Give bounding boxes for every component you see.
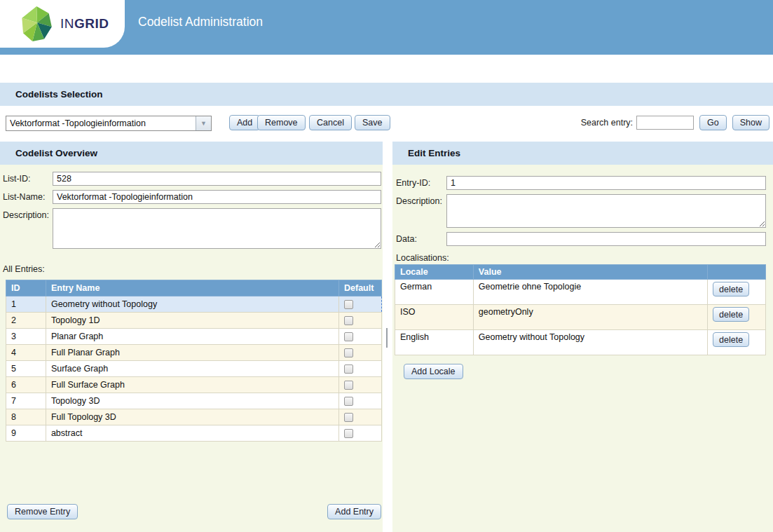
entry-row[interactable]: 5Surface Graph	[6, 361, 382, 377]
codelists-selection-controls: ▼ Add Remove Cancel Save Search entry: G…	[0, 106, 773, 142]
panel-splitter-handle[interactable]	[386, 328, 388, 348]
list-id-label: List-ID:	[3, 172, 53, 184]
locale-value-cell: Geometrie ohne Topologie	[473, 280, 707, 305]
default-checkbox[interactable]	[344, 300, 353, 309]
edit-entries-header: Edit Entries	[392, 142, 773, 165]
logo-text: INGRID	[60, 16, 109, 32]
remove-button[interactable]: Remove	[257, 115, 306, 130]
entry-row[interactable]: 9abstract	[6, 425, 382, 442]
default-checkbox[interactable]	[344, 429, 353, 438]
edit-entries-form: Entry-ID: Description: Data:	[392, 165, 773, 246]
entry-data-field[interactable]	[446, 232, 766, 246]
ingrid-gem-icon	[20, 4, 55, 43]
entry-id-label: Entry-ID:	[396, 176, 446, 188]
locale-cell: English	[395, 330, 474, 355]
codelist-combobox-input[interactable]	[6, 116, 196, 130]
cancel-button[interactable]: Cancel	[309, 115, 352, 130]
entry-name-cell[interactable]: Full Topology 3D	[46, 409, 338, 425]
go-button[interactable]: Go	[699, 115, 727, 130]
localisations-table: Locale Value GermanGeometrie ohne Topolo…	[395, 264, 766, 355]
delete-locale-button[interactable]: delete	[713, 282, 749, 296]
entry-row[interactable]: 8Full Topology 3D	[6, 409, 382, 425]
entry-id-cell[interactable]: 2	[6, 313, 46, 329]
default-checkbox[interactable]	[344, 364, 353, 374]
localisations-table-body: GermanGeometrie ohne TopologiedeleteISOg…	[395, 280, 766, 355]
entry-default-cell	[339, 425, 382, 442]
entry-id-cell[interactable]: 5	[6, 361, 46, 377]
entry-row[interactable]: 7Topology 3D	[6, 393, 382, 409]
page-title: Codelist Administration	[138, 0, 263, 43]
default-checkbox[interactable]	[344, 316, 353, 325]
default-checkbox[interactable]	[344, 348, 353, 357]
locale-cell: ISO	[395, 305, 474, 330]
entry-row[interactable]: 4Full Planar Graph	[6, 345, 382, 361]
entries-col-name: Entry Name	[46, 280, 338, 296]
entry-row[interactable]: 3Planar Graph	[6, 329, 382, 345]
add-locale-button[interactable]: Add Locale	[404, 364, 463, 379]
search-group: Search entry: Go Show	[581, 115, 769, 130]
entry-description-label: Description:	[396, 194, 446, 206]
entry-id-cell[interactable]: 4	[6, 345, 46, 361]
entries-table-header-row: ID Entry Name Default	[6, 280, 382, 296]
entry-default-cell	[339, 393, 382, 409]
entry-default-cell	[339, 409, 382, 425]
entry-row[interactable]: 2Topology 1D	[6, 313, 382, 329]
locale-actions-cell: delete	[708, 305, 766, 330]
default-checkbox[interactable]	[344, 413, 353, 422]
entry-id-cell[interactable]: 9	[6, 425, 46, 442]
entry-name-cell[interactable]: Topology 1D	[46, 313, 338, 329]
loc-col-actions	[708, 265, 766, 280]
entry-row[interactable]: 6Full Surface Graph	[6, 377, 382, 393]
entries-col-id: ID	[6, 280, 46, 296]
entry-description-field[interactable]	[446, 194, 766, 228]
default-checkbox[interactable]	[344, 332, 353, 341]
default-checkbox[interactable]	[344, 381, 353, 390]
entry-default-cell	[339, 377, 382, 393]
remove-entry-button[interactable]: Remove Entry	[7, 504, 78, 519]
entry-id-cell[interactable]: 3	[6, 329, 46, 345]
localisation-row: GermanGeometrie ohne Topologiedelete	[395, 280, 766, 305]
localisations-label: Localisations:	[396, 253, 773, 263]
add-button[interactable]: Add	[229, 115, 260, 130]
entry-name-cell[interactable]: Topology 3D	[46, 393, 338, 409]
entry-name-cell[interactable]: Planar Graph	[46, 329, 338, 345]
all-entries-label: All Entries:	[3, 264, 383, 274]
entry-name-cell[interactable]: Geometry without Topology	[46, 296, 338, 313]
delete-locale-button[interactable]: delete	[713, 307, 749, 322]
localisations-header-row: Locale Value	[395, 265, 766, 280]
locale-cell: German	[395, 280, 474, 305]
list-id-field[interactable]	[53, 172, 381, 186]
entry-name-cell[interactable]: Full Surface Graph	[46, 377, 338, 393]
save-button[interactable]: Save	[355, 115, 390, 130]
entry-id-cell[interactable]: 7	[6, 393, 46, 409]
entry-default-cell	[339, 329, 382, 345]
list-name-field[interactable]	[53, 190, 381, 204]
entry-id-cell[interactable]: 8	[6, 409, 46, 425]
entry-name-cell[interactable]: Full Planar Graph	[46, 345, 338, 361]
edit-entries-column: Edit Entries Entry-ID: Description: Data…	[392, 142, 773, 532]
search-input[interactable]	[636, 116, 694, 130]
chevron-down-icon[interactable]: ▼	[196, 116, 211, 130]
entry-id-field[interactable]	[446, 176, 766, 190]
entry-name-cell[interactable]: Surface Graph	[46, 361, 338, 377]
default-checkbox[interactable]	[344, 397, 353, 406]
entry-id-cell[interactable]: 1	[6, 296, 46, 313]
locale-actions-cell: delete	[708, 280, 766, 305]
delete-locale-button[interactable]: delete	[713, 332, 749, 347]
locale-value-cell: Geometry without Topology	[473, 330, 707, 355]
list-name-label: List-Name:	[3, 190, 53, 202]
entry-data-label: Data:	[396, 232, 446, 244]
entry-default-cell	[339, 361, 382, 377]
entry-id-cell[interactable]: 6	[6, 377, 46, 393]
codelists-selection-header: Codelists Selection	[0, 83, 773, 106]
entry-default-cell	[339, 296, 382, 313]
show-button[interactable]: Show	[732, 115, 769, 130]
list-description-field[interactable]	[53, 208, 381, 249]
codelist-combobox[interactable]: ▼	[6, 116, 212, 131]
entry-default-cell	[339, 313, 382, 329]
entry-row[interactable]: 1Geometry without Topology	[6, 296, 382, 313]
codelist-overview-header: Codelist Overview	[0, 142, 383, 165]
entry-name-cell[interactable]: abstract	[46, 425, 338, 442]
app-header: INGRID Codelist Administration	[0, 0, 773, 55]
add-entry-button[interactable]: Add Entry	[327, 504, 381, 519]
